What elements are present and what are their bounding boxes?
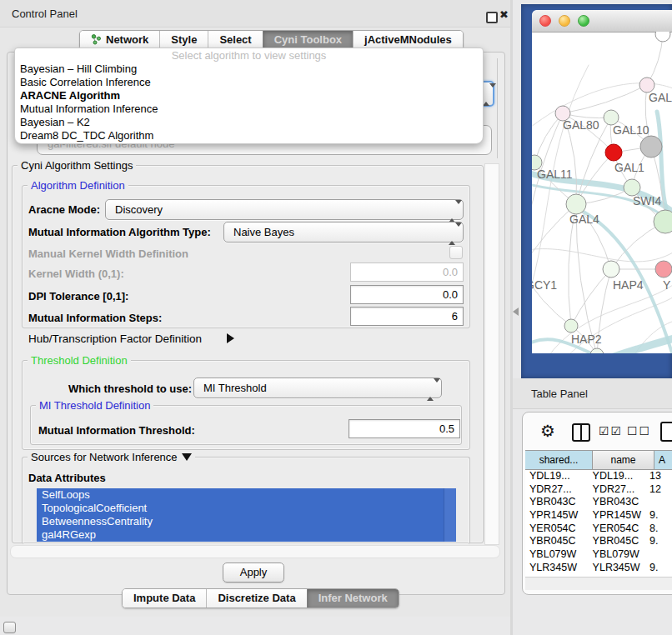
network-node[interactable] (654, 210, 672, 233)
table-row[interactable]: YBR043CYBR043C (525, 496, 672, 509)
export-table-icon[interactable] (660, 422, 672, 442)
aracne-mode-combo[interactable]: Discovery (105, 199, 464, 220)
tab-network[interactable]: Network (80, 31, 159, 49)
attribute-item[interactable]: gal4RGexp (37, 528, 455, 542)
table-cell: YBL079W (593, 548, 649, 562)
screen: Control Panel ✖ Network Style Select Cyn… (0, 0, 672, 635)
apply-button[interactable]: Apply (223, 562, 284, 582)
control-panel: Control Panel ✖ Network Style Select Cyn… (0, 0, 510, 617)
tab-style-label: Style (171, 33, 197, 46)
algorithm-option[interactable]: Bayesian – K2 (15, 116, 483, 129)
network-node[interactable] (655, 261, 672, 278)
tab-impute-data[interactable]: Impute Data (123, 589, 206, 608)
spinner-arrows-icon (449, 204, 456, 219)
table-row[interactable]: YLR345WYLR345W9. (525, 562, 672, 575)
table-cell: YER054C (525, 522, 593, 536)
network-node[interactable] (624, 179, 640, 196)
network-edge[interactable] (647, 34, 663, 85)
splitter-collapse-icon[interactable] (513, 308, 519, 316)
minimize-traffic-light[interactable] (559, 15, 570, 27)
network-edge[interactable] (571, 269, 611, 326)
kernel-width-field[interactable]: 0.0 (350, 262, 464, 282)
algorithm-option-list: Bayesian – Hill ClimbingBasic Correlatio… (15, 62, 483, 142)
tab-cyni-toolbox[interactable]: Cyni Toolbox (263, 31, 353, 49)
mi-threshold-field[interactable]: 0.5 (349, 419, 460, 438)
algorithm-option[interactable]: Mutual Information Inference (15, 102, 483, 116)
table-cell: 12 (649, 483, 672, 497)
minimized-panel-icon[interactable] (3, 622, 16, 633)
attribute-item[interactable]: BetweennessCentrality (37, 515, 455, 528)
table-cell: YDL19... (525, 470, 593, 483)
network-node[interactable] (564, 319, 578, 332)
mi-algorithm-type-label: Mutual Information Algorithm Type: (28, 226, 211, 238)
tab-discretize-data[interactable]: Discretize Data (206, 589, 306, 608)
network-node[interactable] (655, 32, 670, 42)
tab-infer-network[interactable]: Infer Network (307, 589, 399, 608)
network-flow-edge[interactable] (609, 337, 672, 353)
network-node[interactable] (605, 144, 622, 161)
dpi-tolerance-field[interactable]: 0.0 (350, 285, 464, 304)
network-edge[interactable] (576, 204, 597, 353)
network-window-titlebar[interactable] (532, 10, 672, 32)
network-node[interactable] (603, 261, 619, 278)
mi-threshold-value: 0.5 (439, 422, 454, 435)
panel-splitter[interactable] (510, 0, 513, 635)
column-header-name[interactable]: name (593, 450, 654, 470)
network-node-label: GAL4 (569, 212, 599, 226)
table-row[interactable]: YDR27...YDR27...12 (525, 483, 672, 497)
attribute-item[interactable]: SelfLoops (37, 488, 455, 502)
deselect-all-icon[interactable]: ☐☐ (627, 424, 651, 438)
settings-vscrollbar[interactable] (484, 163, 499, 545)
table-row[interactable]: YDL19...YDL19...13 (525, 470, 672, 483)
which-threshold-combo[interactable]: MI Threshold (193, 378, 442, 398)
tab-select[interactable]: Select (208, 31, 262, 49)
data-attributes-list[interactable]: SelfLoopsTopologicalCoefficientBetweenne… (37, 488, 455, 542)
mi-steps-field[interactable]: 6 (350, 307, 464, 326)
algorithm-option[interactable]: Bayesian – Hill Climbing (15, 62, 483, 76)
network-edge[interactable] (532, 249, 672, 262)
network-node-label: Y (663, 278, 671, 292)
column-header-partial[interactable]: A (654, 450, 672, 470)
table-row[interactable]: YPR145WYPR145W9. (525, 509, 672, 522)
settings-group-title: Cyni Algorithm Settings (18, 159, 136, 172)
attribute-item[interactable]: TopologicalCoefficient (37, 502, 455, 515)
manual-kernel-label: Manual Kernel Width Definition (28, 248, 188, 260)
settings-hscrollbar[interactable] (10, 545, 500, 558)
algorithm-option[interactable]: Basic Correlation Inference (15, 76, 483, 89)
algorithm-option[interactable]: Dream8 DC_TDC Algorithm (15, 129, 483, 142)
table-hscrollbar[interactable] (525, 577, 672, 590)
close-icon[interactable]: ✖ (499, 8, 509, 21)
collapse-arrow-icon[interactable] (182, 453, 192, 461)
hidden-group-edge (497, 58, 498, 158)
threshold-definition-title: Threshold Definition (28, 354, 131, 367)
zoom-traffic-light[interactable] (578, 15, 589, 27)
table-cell: YBR045C (525, 535, 593, 548)
which-threshold-value: MI Threshold (203, 382, 267, 394)
tab-jactivemnodules[interactable]: jActiveMNodules (353, 31, 463, 49)
column-header-shared-name[interactable]: shared... (525, 450, 593, 470)
close-traffic-light[interactable] (539, 15, 551, 27)
table-rows[interactable]: YDL19...YDL19...13YDR27...YDR27...12YBR0… (525, 470, 672, 577)
expand-arrow-icon[interactable] (227, 333, 234, 343)
network-node-label: HAP2 (571, 332, 602, 346)
attributes-scrollbar[interactable] (444, 488, 456, 542)
network-node[interactable] (590, 348, 604, 353)
network-view-frame: GALGAL80GAL10GAL1GAL11SWI4GAL4GCY1HAP4YH… (521, 4, 672, 378)
columns-icon[interactable] (572, 423, 590, 442)
network-canvas[interactable]: GALGAL80GAL10GAL1GAL11SWI4GAL4GCY1HAP4YH… (532, 32, 672, 353)
hub-definition-label: Hub/Transcription Factor Definition (28, 332, 202, 345)
select-all-icon[interactable]: ☑☑ (599, 424, 623, 438)
dropdown-placeholder: Select algorithm to view settings (15, 48, 483, 62)
tab-style[interactable]: Style (159, 31, 208, 49)
network-node[interactable] (566, 194, 586, 214)
mi-algorithm-type-combo[interactable]: Naive Bayes (223, 222, 464, 242)
network-node[interactable] (640, 136, 662, 158)
table-row[interactable]: YBR045CYBR045C9. (525, 535, 672, 548)
gear-icon[interactable]: ⚙ (540, 421, 555, 441)
algorithm-option[interactable]: ARACNE Algorithm (15, 89, 483, 102)
tab-cyni-toolbox-label: Cyni Toolbox (274, 33, 342, 46)
manual-kernel-checkbox[interactable] (449, 246, 463, 259)
table-row[interactable]: YER054CYER054C8. (525, 522, 672, 536)
float-window-icon[interactable] (486, 12, 498, 23)
table-row[interactable]: YBL079WYBL079W (525, 548, 672, 562)
